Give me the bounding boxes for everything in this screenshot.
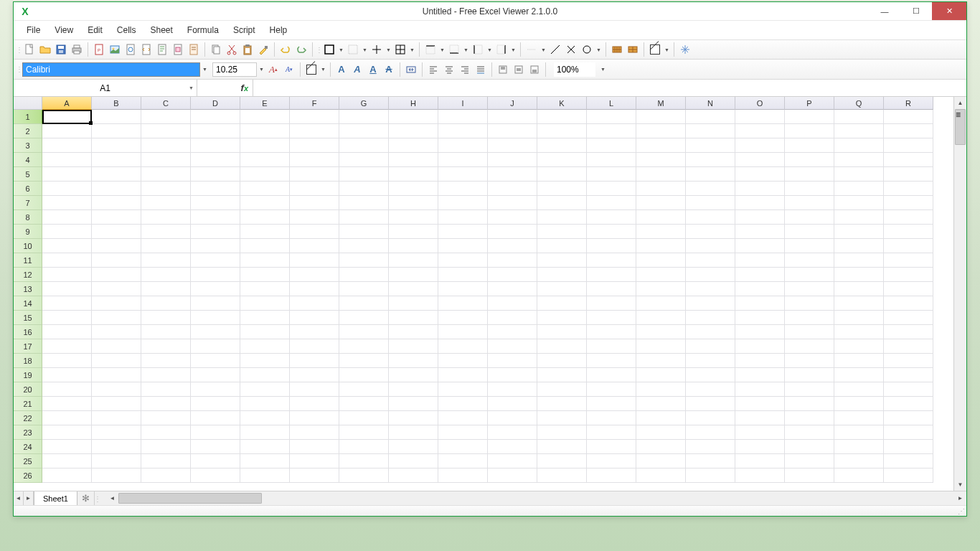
- cell[interactable]: [735, 368, 785, 382]
- cell[interactable]: [339, 311, 389, 325]
- cell[interactable]: [339, 397, 389, 411]
- cell[interactable]: [240, 411, 290, 425]
- cell[interactable]: [92, 397, 141, 411]
- cell[interactable]: [785, 182, 834, 196]
- cell[interactable]: [537, 153, 587, 167]
- cell[interactable]: [587, 397, 636, 411]
- cell[interactable]: [42, 167, 92, 182]
- cell[interactable]: [735, 397, 785, 411]
- cell[interactable]: [42, 268, 92, 282]
- copy-icon[interactable]: [209, 42, 223, 57]
- image-icon[interactable]: [108, 42, 122, 57]
- cell[interactable]: [587, 138, 636, 153]
- cell[interactable]: [636, 339, 686, 354]
- cell[interactable]: [389, 325, 438, 339]
- cell[interactable]: [92, 253, 141, 268]
- cell[interactable]: [389, 382, 438, 397]
- cell[interactable]: [884, 153, 933, 167]
- cell[interactable]: [240, 311, 290, 325]
- cell[interactable]: [537, 397, 587, 411]
- sheet-tab[interactable]: Sheet1: [34, 491, 77, 505]
- border-right-icon[interactable]: [494, 42, 509, 57]
- cell[interactable]: [339, 368, 389, 382]
- dropdown-icon[interactable]: ▼: [362, 42, 368, 57]
- cell[interactable]: [884, 440, 933, 454]
- cell[interactable]: [686, 368, 735, 382]
- paste-icon[interactable]: [240, 42, 255, 57]
- cell[interactable]: [488, 253, 537, 268]
- cell[interactable]: [438, 167, 488, 182]
- cell[interactable]: [141, 268, 191, 282]
- cell[interactable]: [339, 167, 389, 182]
- border-none-icon[interactable]: [346, 42, 360, 57]
- cell[interactable]: [290, 425, 339, 440]
- cell[interactable]: [785, 354, 834, 368]
- cell[interactable]: [537, 210, 587, 225]
- cell[interactable]: [191, 325, 240, 339]
- cell[interactable]: [389, 468, 438, 483]
- cell[interactable]: [240, 440, 290, 454]
- cell[interactable]: [834, 454, 884, 468]
- text-icon[interactable]: [155, 42, 169, 57]
- cell[interactable]: [587, 282, 636, 296]
- cell[interactable]: [884, 138, 933, 153]
- column-header[interactable]: O: [735, 97, 785, 110]
- scroll-down-icon[interactable]: ▼: [954, 479, 966, 491]
- cell[interactable]: [735, 196, 785, 210]
- cell[interactable]: [191, 382, 240, 397]
- cell[interactable]: [389, 167, 438, 182]
- cell[interactable]: [884, 268, 933, 282]
- cell[interactable]: [834, 268, 884, 282]
- cell[interactable]: [884, 282, 933, 296]
- cell[interactable]: [488, 268, 537, 282]
- cell[interactable]: [537, 339, 587, 354]
- dropdown-icon[interactable]: ▼: [385, 42, 392, 57]
- cell[interactable]: [834, 225, 884, 239]
- cell[interactable]: [834, 354, 884, 368]
- cell[interactable]: [92, 325, 141, 339]
- cell[interactable]: [834, 282, 884, 296]
- horizontal-scrollbar[interactable]: ◄ ►: [106, 491, 966, 505]
- cell[interactable]: [438, 296, 488, 311]
- row-header[interactable]: 2: [14, 124, 42, 138]
- cell[interactable]: [339, 138, 389, 153]
- cell[interactable]: [686, 454, 735, 468]
- font-name-combo[interactable]: Calibri: [22, 62, 200, 77]
- column-header[interactable]: I: [438, 97, 488, 110]
- cell[interactable]: [884, 411, 933, 425]
- cell[interactable]: [785, 296, 834, 311]
- cell[interactable]: [785, 382, 834, 397]
- row-header[interactable]: 12: [14, 268, 42, 282]
- row-header[interactable]: 10: [14, 239, 42, 253]
- cell[interactable]: [191, 339, 240, 354]
- cell[interactable]: [92, 239, 141, 253]
- line-dash-icon[interactable]: [564, 42, 578, 57]
- cell[interactable]: [834, 311, 884, 325]
- cell[interactable]: [785, 196, 834, 210]
- scroll-up-icon[interactable]: ▲: [954, 97, 966, 109]
- cell[interactable]: [686, 110, 735, 124]
- cell[interactable]: [587, 110, 636, 124]
- cell[interactable]: [42, 354, 92, 368]
- csv-icon[interactable]: [187, 42, 201, 57]
- cell[interactable]: [141, 440, 191, 454]
- cell[interactable]: [735, 354, 785, 368]
- cell[interactable]: [240, 397, 290, 411]
- cell[interactable]: [290, 282, 339, 296]
- row-header[interactable]: 16: [14, 325, 42, 339]
- cell[interactable]: [686, 239, 735, 253]
- cell[interactable]: [92, 110, 141, 124]
- cell[interactable]: [339, 182, 389, 196]
- cell[interactable]: [240, 167, 290, 182]
- cell[interactable]: [537, 368, 587, 382]
- cell[interactable]: [488, 382, 537, 397]
- menu-edit[interactable]: Edit: [80, 22, 110, 38]
- cell[interactable]: [686, 210, 735, 225]
- cell[interactable]: [438, 425, 488, 440]
- cell[interactable]: [42, 311, 92, 325]
- cell[interactable]: [191, 153, 240, 167]
- cell[interactable]: [438, 339, 488, 354]
- cell[interactable]: [636, 325, 686, 339]
- cell[interactable]: [240, 325, 290, 339]
- cell[interactable]: [537, 110, 587, 124]
